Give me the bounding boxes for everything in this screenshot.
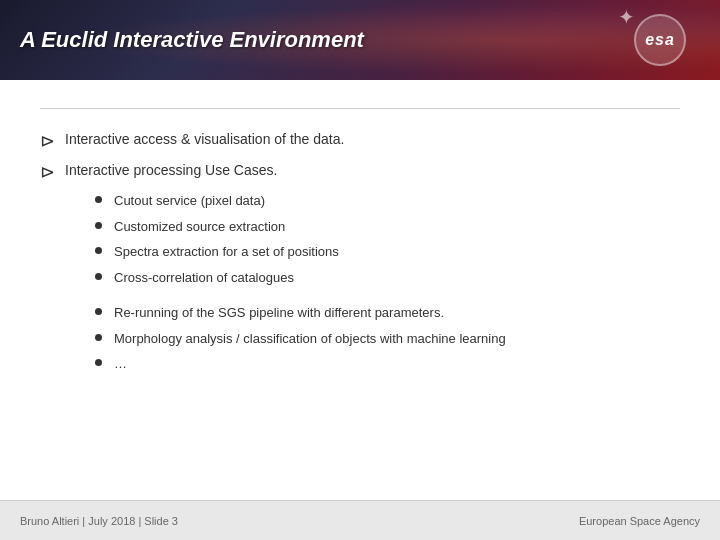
esa-circle: esa bbox=[634, 14, 686, 66]
sub-bullet-4: Cross-correlation of catalogues bbox=[95, 268, 680, 288]
sub-bullet-text-2: Customized source extraction bbox=[114, 217, 285, 237]
arrow-icon-1: ⊳ bbox=[40, 130, 55, 152]
main-bullet-1: ⊳ Interactive access & visualisation of … bbox=[40, 129, 680, 152]
slide: A Euclid Interactive Environment ✦ esa ⊳… bbox=[0, 0, 720, 540]
sub-bullets-group: Cutout service (pixel data) Customized s… bbox=[95, 191, 680, 287]
main-bullet-text-2: Interactive processing Use Cases. bbox=[65, 160, 277, 181]
main-bullet-2: ⊳ Interactive processing Use Cases. bbox=[40, 160, 680, 183]
content-area: ⊳ Interactive access & visualisation of … bbox=[0, 80, 720, 500]
extra-bullet-2: Morphology analysis / classification of … bbox=[95, 329, 680, 349]
extra-bullet-text-3: … bbox=[114, 354, 127, 374]
header: A Euclid Interactive Environment ✦ esa bbox=[0, 0, 720, 80]
sub-bullet-2: Customized source extraction bbox=[95, 217, 680, 237]
sub-bullet-text-4: Cross-correlation of catalogues bbox=[114, 268, 294, 288]
sub-bullet-1: Cutout service (pixel data) bbox=[95, 191, 680, 211]
dot-icon-7 bbox=[95, 359, 102, 366]
esa-logo: esa bbox=[620, 10, 700, 70]
extra-bullet-text-1: Re-running of the SGS pipeline with diff… bbox=[114, 303, 444, 323]
extra-bullets-group: Re-running of the SGS pipeline with diff… bbox=[95, 303, 680, 374]
dot-icon-3 bbox=[95, 247, 102, 254]
extra-bullet-text-2: Morphology analysis / classification of … bbox=[114, 329, 506, 349]
extra-bullet-3: … bbox=[95, 354, 680, 374]
extra-bullet-1: Re-running of the SGS pipeline with diff… bbox=[95, 303, 680, 323]
sub-bullet-3: Spectra extraction for a set of position… bbox=[95, 242, 680, 262]
footer-left-text: Bruno Altieri | July 2018 | Slide 3 bbox=[20, 515, 178, 527]
dot-icon-4 bbox=[95, 273, 102, 280]
sub-bullet-text-3: Spectra extraction for a set of position… bbox=[114, 242, 339, 262]
slide-title: A Euclid Interactive Environment bbox=[20, 27, 364, 53]
esa-text: esa bbox=[645, 31, 675, 49]
dot-icon-2 bbox=[95, 222, 102, 229]
footer-right-text: European Space Agency bbox=[579, 515, 700, 527]
dot-icon-5 bbox=[95, 308, 102, 315]
main-bullet-text-1: Interactive access & visualisation of th… bbox=[65, 129, 344, 150]
arrow-icon-2: ⊳ bbox=[40, 161, 55, 183]
dot-icon-1 bbox=[95, 196, 102, 203]
sub-bullet-text-1: Cutout service (pixel data) bbox=[114, 191, 265, 211]
separator-line bbox=[40, 108, 680, 109]
dot-icon-6 bbox=[95, 334, 102, 341]
footer: Bruno Altieri | July 2018 | Slide 3 Euro… bbox=[0, 500, 720, 540]
